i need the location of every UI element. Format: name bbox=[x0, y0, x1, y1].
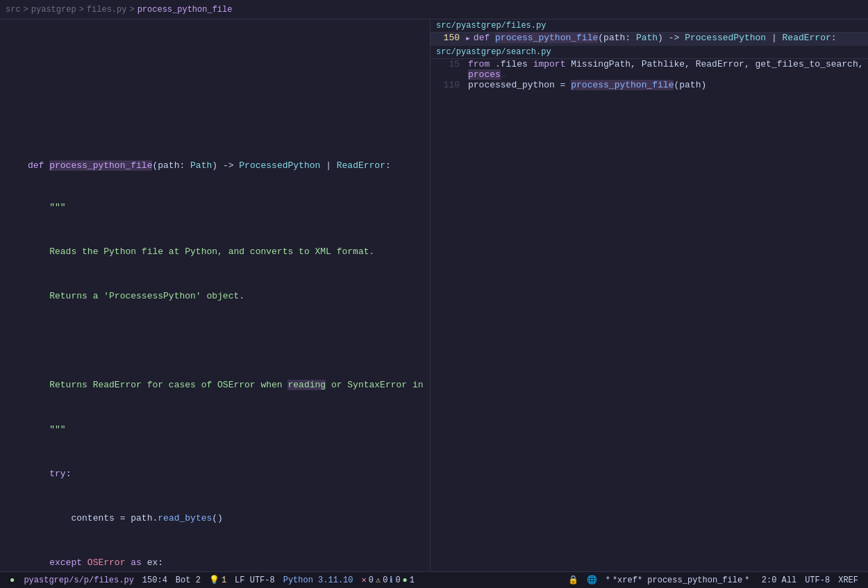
main-area: def process_python_file(path: Path) -> P… bbox=[0, 19, 868, 571]
code-line bbox=[0, 106, 430, 119]
status-xref-globe: 🌐 bbox=[583, 575, 601, 585]
breadcrumb-pyastgrep[interactable]: pyastgrep bbox=[31, 5, 76, 15]
status-language[interactable]: Python 3.11.10 bbox=[279, 576, 358, 585]
breadcrumb-files[interactable]: files.py bbox=[87, 5, 127, 15]
status-bar: ● pyastgrep/s/p/files.py 150:4 Bot 2 💡 1… bbox=[0, 571, 868, 588]
editor-pane[interactable]: def process_python_file(path: Path) -> P… bbox=[0, 19, 431, 571]
code-line: """ bbox=[0, 424, 430, 437]
code-line bbox=[0, 335, 430, 348]
status-xref-plugin: XREF bbox=[834, 576, 862, 585]
status-position: 150:4 bbox=[138, 576, 172, 585]
status-scroll: Bot 2 bbox=[172, 576, 205, 585]
code-line: except OSError as ex: bbox=[0, 557, 430, 571]
breadcrumb-src[interactable]: src bbox=[6, 5, 21, 15]
code-line bbox=[0, 61, 430, 74]
code-line: Returns a 'ProcessessPython' object. bbox=[0, 291, 430, 304]
refs-filepath-2: src/pyastgrep/search.py bbox=[436, 47, 551, 57]
ref-line[interactable]: 15 from .files import MissingPath, Pathl… bbox=[431, 59, 868, 80]
status-right-encoding: UTF-8 bbox=[801, 576, 834, 585]
status-diagnostics: ✕ 0 ⚠ 0 ℹ 0 ● 1 bbox=[358, 575, 419, 585]
status-xref-label: **xref* process_python_file* 2:0 All bbox=[601, 576, 801, 585]
code-line: contents = path.read_bytes() bbox=[0, 513, 430, 526]
refs-file-header: src/pyastgrep/files.py bbox=[431, 19, 868, 33]
code-line: Returns ReadError for cases of OSError w… bbox=[0, 380, 430, 393]
code-line: def process_python_file(path: Path) -> P… bbox=[0, 150, 430, 171]
status-right: 🔒 🌐 **xref* process_python_file* 2:0 All… bbox=[564, 575, 862, 585]
code-line: Reads the Python file at Python, and con… bbox=[0, 246, 430, 260]
ref-line[interactable]: 150 ▸ def process_python_file(path: Path… bbox=[431, 33, 868, 46]
refs-filepath: src/pyastgrep/files.py bbox=[436, 21, 546, 31]
status-xref-lock: 🔒 bbox=[564, 575, 583, 585]
refs-file-header: src/pyastgrep/search.py bbox=[431, 46, 868, 59]
code-line: """ bbox=[0, 202, 430, 215]
refs-pane[interactable]: src/pyastgrep/files.py 150 ▸ def process… bbox=[431, 19, 868, 571]
code-line: try: bbox=[0, 469, 430, 482]
ref-line[interactable]: 110 processed_python = process_python_fi… bbox=[431, 80, 868, 93]
status-lf[interactable]: LF UTF-8 bbox=[231, 576, 279, 585]
breadcrumb: src > pyastgrep > files.py > process_pyt… bbox=[0, 0, 868, 19]
status-git[interactable]: ● pyastgrep/s/p/files.py bbox=[6, 576, 138, 585]
status-lightbulb[interactable]: 💡 1 bbox=[205, 575, 231, 585]
breadcrumb-function[interactable]: process_python_file bbox=[137, 5, 233, 15]
code-content: def process_python_file(path: Path) -> P… bbox=[0, 19, 430, 571]
